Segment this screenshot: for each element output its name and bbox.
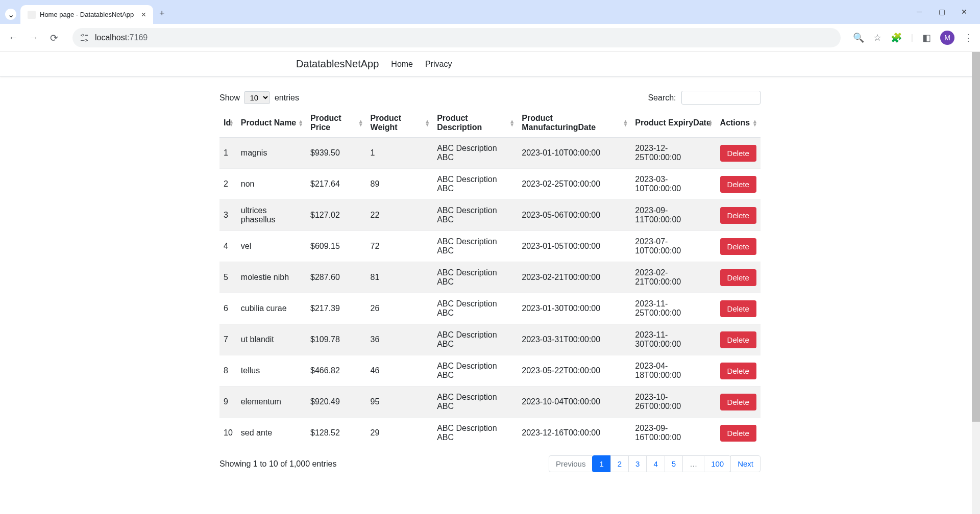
cell-exp: 2023-11-25T00:00:00 [631,293,716,324]
scrollbar[interactable] [972,52,980,482]
forward-button[interactable]: → [28,32,40,43]
sort-icon: ▲▼ [708,119,713,126]
column-header[interactable]: Product ExpiryDate▲▼ [631,109,716,138]
length-suffix: entries [275,93,299,102]
table-info: Showing 1 to 10 of 1,000 entries [219,459,337,469]
minimize-icon[interactable]: ─ [916,8,923,15]
cell-id: 7 [219,324,237,355]
back-button[interactable]: ← [7,32,19,43]
cell-name: tellus [237,355,306,387]
cell-mfg: 2023-05-22T00:00:00 [518,355,631,387]
extensions-icon[interactable]: 🧩 [891,32,902,43]
page-number[interactable]: 5 [665,455,683,472]
cell-price: $609.15 [306,231,366,262]
scroll-thumb[interactable] [972,52,980,422]
delete-button[interactable]: Delete [720,363,756,379]
new-tab-button[interactable]: + [159,8,165,19]
bookmark-icon[interactable]: ☆ [873,32,881,43]
cell-actions: Delete [716,355,761,387]
cell-name: molestie nibh [237,262,306,293]
cell-desc: ABC Description ABC [433,387,518,418]
cell-mfg: 2023-10-04T00:00:00 [518,387,631,418]
page-number[interactable]: 2 [610,455,629,472]
cell-weight: 81 [366,262,433,293]
cell-mfg: 2023-01-10T00:00:00 [518,138,631,169]
delete-button[interactable]: Delete [720,300,756,317]
svg-point-5 [85,39,87,41]
menu-icon[interactable]: ⋮ [964,32,973,43]
column-header[interactable]: Product Price▲▼ [306,109,366,138]
close-tab-icon[interactable]: × [141,10,146,19]
delete-button[interactable]: Delete [720,331,756,348]
cell-price: $287.60 [306,262,366,293]
delete-button[interactable]: Delete [720,176,756,193]
delete-button[interactable]: Delete [720,145,756,162]
cell-mfg: 2023-05-06T00:00:00 [518,200,631,231]
column-header[interactable]: Product Weight▲▼ [366,109,433,138]
search-label: Search: [648,93,676,102]
cell-exp: 2023-04-18T00:00:00 [631,355,716,387]
close-window-icon[interactable]: ✕ [961,8,968,15]
page-previous[interactable]: Previous [549,455,593,472]
length-prefix: Show [219,93,240,102]
cell-name: non [237,169,306,200]
cell-name: sed ante [237,418,306,449]
cell-exp: 2023-02-21T00:00:00 [631,262,716,293]
table-row: 10sed ante$128.5229ABC Description ABC20… [219,418,761,449]
cell-price: $109.78 [306,324,366,355]
table-row: 5molestie nibh$287.6081ABC Description A… [219,262,761,293]
cell-exp: 2023-12-25T00:00:00 [631,138,716,169]
zoom-icon[interactable]: 🔍 [853,32,864,43]
cell-actions: Delete [716,138,761,169]
cell-price: $217.64 [306,169,366,200]
cell-id: 1 [219,138,237,169]
page-number[interactable]: 1 [592,455,610,472]
profile-avatar[interactable]: M [940,31,954,45]
delete-button[interactable]: Delete [720,425,756,442]
cell-actions: Delete [716,262,761,293]
browser-tab-strip: ⌄ Home page - DatatablesNetApp × + ─ ▢ ✕ [0,0,980,24]
cell-price: $127.02 [306,200,366,231]
page-number[interactable]: 3 [628,455,647,472]
nav-link-privacy[interactable]: Privacy [425,60,452,69]
tab-search-dropdown[interactable]: ⌄ [5,9,16,20]
cell-price: $128.52 [306,418,366,449]
delete-button[interactable]: Delete [720,238,756,255]
cell-exp: 2023-10-26T00:00:00 [631,387,716,418]
page-number[interactable]: 100 [704,455,731,472]
address-bar[interactable]: localhost:7169 [72,28,841,47]
side-panel-icon[interactable]: ◧ [922,32,931,43]
column-header[interactable]: Product Description▲▼ [433,109,518,138]
cell-desc: ABC Description ABC [433,355,518,387]
products-table: Id▲▼Product Name▲▼Product Price▲▼Product… [219,109,761,448]
column-header[interactable]: Product Name▲▼ [237,109,306,138]
page-number[interactable]: 4 [646,455,665,472]
entries-length-control: Show 10 entries [219,91,299,104]
column-header[interactable]: Product ManufacturingDate▲▼ [518,109,631,138]
maximize-icon[interactable]: ▢ [938,8,945,15]
cell-desc: ABC Description ABC [433,262,518,293]
favicon-icon [28,11,36,19]
table-row: 6cubilia curae$217.3926ABC Description A… [219,293,761,324]
delete-button[interactable]: Delete [720,269,756,286]
nav-link-home[interactable]: Home [391,60,413,69]
cell-weight: 46 [366,355,433,387]
search-input[interactable] [681,91,761,105]
cell-name: ultrices phasellus [237,200,306,231]
cell-id: 9 [219,387,237,418]
cell-exp: 2023-11-30T00:00:00 [631,324,716,355]
browser-tab[interactable]: Home page - DatatablesNetApp × [20,5,153,24]
table-row: 1magnis$939.501ABC Description ABC2023-0… [219,138,761,169]
cell-name: elementum [237,387,306,418]
page-next[interactable]: Next [730,455,761,472]
column-header[interactable]: Actions▲▼ [716,109,761,138]
cell-id: 6 [219,293,237,324]
entries-select[interactable]: 10 [244,91,270,104]
delete-button[interactable]: Delete [720,207,756,224]
reload-button[interactable]: ⟳ [48,32,60,44]
column-header[interactable]: Id▲▼ [219,109,237,138]
site-settings-icon[interactable] [80,33,89,42]
brand-link[interactable]: DatatablesNetApp [296,58,379,70]
cell-id: 3 [219,200,237,231]
delete-button[interactable]: Delete [720,394,756,410]
